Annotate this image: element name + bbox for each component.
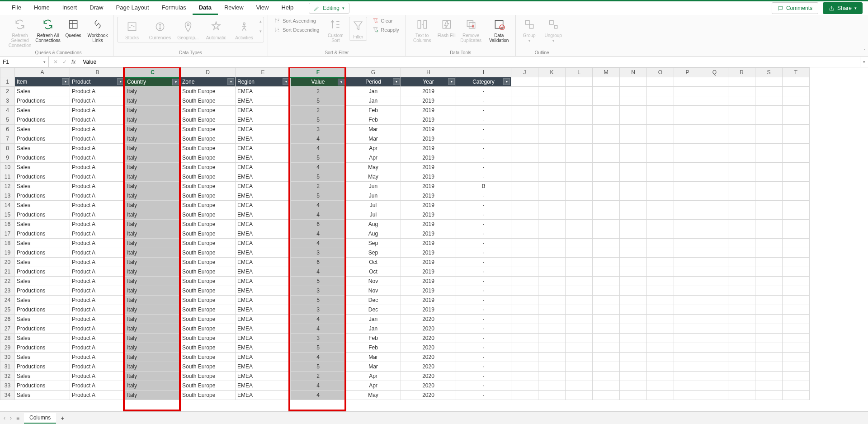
cell[interactable] (674, 239, 701, 248)
cell[interactable]: - (456, 381, 511, 391)
cell[interactable]: South Europe (180, 381, 236, 391)
cell[interactable] (620, 125, 647, 134)
cell[interactable] (755, 315, 783, 324)
cell[interactable] (728, 144, 755, 153)
cell[interactable]: Jul (346, 201, 401, 210)
cell[interactable] (701, 96, 728, 106)
cell[interactable]: 2019 (401, 286, 456, 296)
cell[interactable]: Jun (346, 191, 401, 201)
cell[interactable]: EMEA (236, 258, 291, 267)
cell[interactable] (566, 381, 593, 391)
cell[interactable] (647, 324, 674, 334)
cell[interactable]: EMEA (236, 210, 291, 220)
cell[interactable] (511, 381, 538, 391)
cell[interactable] (566, 229, 593, 239)
row-header[interactable]: 6 (0, 125, 15, 134)
cell[interactable] (538, 220, 566, 229)
row-header[interactable]: 13 (0, 191, 15, 201)
cell[interactable]: South Europe (180, 305, 236, 315)
cell[interactable] (593, 277, 620, 286)
cell[interactable] (783, 305, 810, 315)
table-header-cell[interactable]: Country▾ (125, 77, 180, 87)
cell[interactable]: 4 (291, 324, 346, 334)
cell[interactable] (701, 220, 728, 229)
group-button[interactable]: Group ▾ (519, 17, 539, 43)
data-validation-button[interactable]: Data Validation (486, 17, 512, 43)
clear-filter-button[interactable]: Clear (370, 17, 401, 25)
table-header-cell[interactable]: Product▾ (70, 77, 125, 87)
ungroup-button[interactable]: Ungroup ▾ (542, 17, 565, 43)
cell[interactable] (701, 134, 728, 144)
cell[interactable]: EMEA (236, 163, 291, 172)
cell[interactable]: 2019 (401, 258, 456, 267)
cell[interactable] (728, 134, 755, 144)
row-header[interactable]: 34 (0, 391, 15, 400)
cell[interactable]: EMEA (236, 134, 291, 144)
cell[interactable] (647, 172, 674, 182)
cell[interactable] (538, 324, 566, 334)
cell[interactable]: 4 (291, 163, 346, 172)
cell[interactable]: Product A (70, 182, 125, 191)
cell[interactable] (674, 391, 701, 400)
cell[interactable] (566, 334, 593, 343)
cell[interactable]: 2019 (401, 134, 456, 144)
row-header[interactable]: 14 (0, 201, 15, 210)
cell[interactable] (755, 134, 783, 144)
cell[interactable] (647, 296, 674, 305)
cell[interactable]: EMEA (236, 220, 291, 229)
cell[interactable]: - (456, 296, 511, 305)
cell[interactable] (538, 391, 566, 400)
cell[interactable] (728, 172, 755, 182)
cell[interactable]: Sales (15, 144, 70, 153)
cell[interactable] (538, 115, 566, 125)
cell[interactable]: Productions (15, 267, 70, 277)
cell[interactable] (538, 229, 566, 239)
cell[interactable] (511, 391, 538, 400)
cell[interactable]: South Europe (180, 153, 236, 163)
cell[interactable]: 2020 (401, 353, 456, 362)
cell[interactable] (511, 258, 538, 267)
cell[interactable] (566, 115, 593, 125)
cell[interactable]: - (456, 87, 511, 96)
cell[interactable] (511, 267, 538, 277)
cell[interactable]: Aug (346, 229, 401, 239)
cell[interactable]: Sales (15, 391, 70, 400)
cell[interactable]: EMEA (236, 153, 291, 163)
cell[interactable] (783, 96, 810, 106)
cell[interactable]: South Europe (180, 343, 236, 353)
cell[interactable] (566, 286, 593, 296)
column-header-D[interactable]: D (180, 68, 236, 77)
cell[interactable]: - (456, 239, 511, 248)
cell[interactable] (674, 77, 701, 87)
cell[interactable] (701, 229, 728, 239)
cell[interactable]: 6 (291, 220, 346, 229)
menu-tab-review[interactable]: Review (218, 1, 250, 15)
cell[interactable] (701, 315, 728, 324)
cell[interactable]: South Europe (180, 229, 236, 239)
cell[interactable]: 2 (291, 182, 346, 191)
cell[interactable] (647, 248, 674, 258)
cell[interactable]: EMEA (236, 277, 291, 286)
cell[interactable]: 5 (291, 296, 346, 305)
cell[interactable]: Italy (125, 106, 180, 115)
cell[interactable]: Product A (70, 258, 125, 267)
cell[interactable] (593, 220, 620, 229)
cell[interactable] (674, 334, 701, 343)
cell[interactable]: B (456, 182, 511, 191)
table-header-cell[interactable]: Zone▾ (180, 77, 236, 87)
cell[interactable]: EMEA (236, 239, 291, 248)
cell[interactable] (783, 229, 810, 239)
cell[interactable] (755, 144, 783, 153)
cell[interactable] (647, 191, 674, 201)
cell[interactable] (674, 353, 701, 362)
column-header-R[interactable]: R (728, 68, 755, 77)
cell[interactable] (511, 286, 538, 296)
cell[interactable] (593, 362, 620, 372)
cell[interactable] (755, 210, 783, 220)
cell[interactable] (566, 191, 593, 201)
menu-tab-page-layout[interactable]: Page Layout (110, 1, 156, 15)
cell[interactable]: Dec (346, 296, 401, 305)
cell[interactable] (783, 163, 810, 172)
cell[interactable] (566, 305, 593, 315)
cell[interactable]: - (456, 324, 511, 334)
